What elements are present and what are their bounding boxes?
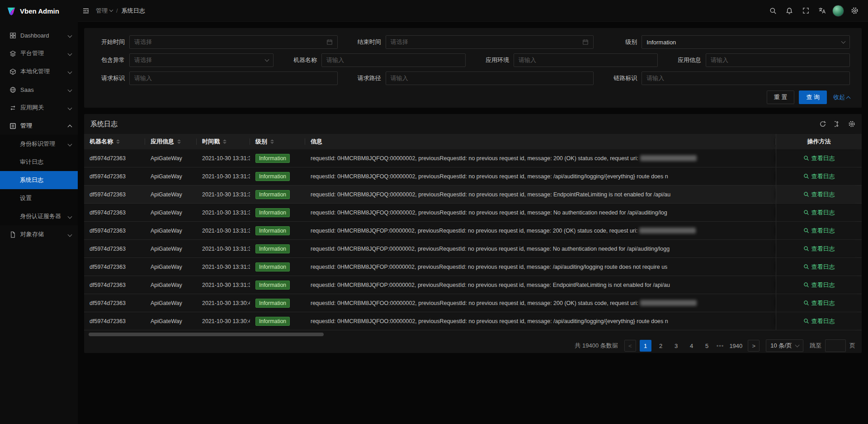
pages-ellipsis[interactable]: ••• [717,343,724,349]
prev-page-button[interactable]: < [624,340,636,352]
language-button[interactable] [814,0,830,22]
column-header-timestamp[interactable]: 时间戳 [197,134,250,149]
search-submit-button[interactable]: 查 询 [799,91,827,104]
sidebar-item-identity[interactable]: 身份标识管理 [0,135,78,153]
cell-app-info: ApiGateWay [145,294,197,312]
field-placeholder: 请输入 [391,74,408,82]
view-log-button[interactable]: 查看日志 [803,172,835,181]
magnifier-icon [803,155,809,161]
sidebar-item-saas[interactable]: Saas [0,81,78,99]
sidebar-item-audit-log[interactable]: 审计日志 [0,153,78,171]
sort-asc-icon [223,139,226,141]
log-message: requestId: 0HMCRBM8JQFOQ:00000002, previ… [311,210,667,216]
column-header-app-info[interactable]: 应用信息 [145,134,197,149]
filter-field-machine-name: 机器名称请输入 [281,53,473,67]
view-log-label: 查看日志 [811,299,835,307]
header: 管理 / 系统日志 [78,0,868,22]
view-log-button[interactable]: 查看日志 [803,317,835,325]
app-info-input[interactable]: 请输入 [706,53,850,67]
cell-message: requestId: 0HMCRBM8JQFOO:00000002, previ… [305,312,776,330]
end-time-date-picker[interactable]: 请选择 [386,35,594,49]
sort-desc-icon [177,142,181,144]
sidebar-item-auth-server[interactable]: 身份认证服务器 [0,207,78,225]
scrollbar-thumb[interactable] [89,333,324,336]
log-message: requestId: 0HMCRBM8JQFOQ:00000002, previ… [311,191,670,198]
start-time-date-picker[interactable]: 请选择 [129,35,338,49]
sort-icons [223,139,226,144]
chevron-down-icon [68,214,72,219]
next-page-button[interactable]: > [748,340,760,352]
page-button-4[interactable]: 4 [686,340,698,352]
has-exception-select[interactable]: 请选择 [129,53,274,67]
view-log-button[interactable]: 查看日志 [803,263,835,271]
field-placeholder: 请输入 [646,74,664,82]
cell-message: requestId: 0HMCRBM8JQFOP:00000002, previ… [305,222,776,239]
page-button-2[interactable]: 2 [655,340,667,352]
field-value: Information [646,39,676,46]
app-logo[interactable]: Vben Admin [0,0,78,22]
magnifier-icon [803,246,809,252]
sidebar: Vben Admin Dashboard平台管理本地化管理Saas应用网关管理身… [0,0,78,424]
request-id-input[interactable]: 请输入 [129,71,338,85]
view-log-button[interactable]: 查看日志 [803,191,835,199]
field-label: 应用环境 [473,56,514,64]
view-log-button[interactable]: 查看日志 [803,154,835,162]
page-button-3[interactable]: 3 [670,340,682,352]
column-header-level[interactable]: 级别 [250,134,305,149]
sidebar-item-platform[interactable]: 平台管理 [0,44,78,62]
settings-button[interactable] [846,0,863,22]
sort-desc-icon [223,142,226,144]
search-button[interactable] [765,0,781,22]
sidebar-item-system-log[interactable]: 系统日志 [0,171,78,189]
search-icon [769,7,777,14]
column-header-machine-name[interactable]: 机器名称 [84,134,145,149]
level-badge: Information [255,244,290,253]
filter-field-request-path: 请求路径请输入 [345,71,601,85]
column-label: 应用信息 [151,138,174,146]
page-button-1940[interactable]: 1940 [727,340,744,352]
level-badge: Information [255,317,290,326]
collapse-filters-link[interactable]: 收起 [833,93,850,101]
sidebar-item-dashboard[interactable]: Dashboard [0,26,78,44]
view-log-button[interactable]: 查看日志 [803,245,835,253]
cell-level: Information [250,240,305,257]
breadcrumb-parent[interactable]: 管理 [96,7,113,15]
table-title: 系统日志 [90,120,118,129]
sidebar-item-gateway[interactable]: 应用网关 [0,99,78,117]
sidebar-item-localization[interactable]: 本地化管理 [0,62,78,81]
fullscreen-button[interactable] [797,0,814,22]
sidebar-item-label: Dashboard [20,32,65,39]
user-menu[interactable] [830,0,846,22]
sidebar-item-label: 审计日志 [20,158,71,166]
notifications-button[interactable] [781,0,797,22]
cell-actions: 查看日志 [776,222,862,239]
page-button-5[interactable]: 5 [701,340,713,352]
refresh-icon[interactable] [819,120,826,128]
app-env-input[interactable]: 请输入 [514,53,658,67]
row-height-icon[interactable] [834,120,841,128]
sidebar-collapse-button[interactable] [78,0,94,22]
sidebar-item-settings[interactable]: 设置 [0,189,78,207]
page-size-select[interactable]: 10 条/页 [766,339,803,352]
level-select[interactable]: Information [642,35,850,49]
request-path-input[interactable]: 请输入 [386,71,594,85]
chevron-down-icon [68,232,72,237]
view-log-button[interactable]: 查看日志 [803,227,835,235]
view-log-button[interactable]: 查看日志 [803,281,835,289]
user-avatar [832,5,844,17]
reset-button[interactable]: 重 置 [767,91,795,104]
sidebar-item-admin[interactable]: 管理 [0,117,78,135]
field-placeholder: 请输入 [519,56,536,64]
cell-message: requestId: 0HMCRBM8JQFOQ:00000002, previ… [305,149,776,167]
machine-name-input[interactable]: 请输入 [321,53,466,67]
view-log-button[interactable]: 查看日志 [803,209,835,217]
column-settings-icon[interactable] [848,120,855,128]
sidebar-item-storage[interactable]: 对象存储 [0,225,78,243]
view-log-button[interactable]: 查看日志 [803,299,835,307]
trace-id-input[interactable]: 请输入 [642,71,850,85]
sidebar-item-label: 平台管理 [20,49,65,57]
table-header-row: 机器名称应用信息时间戳级别信息操作方法 [84,134,862,149]
page-jump-input[interactable] [825,339,846,352]
level-badge: Information [255,154,290,163]
page-button-1[interactable]: 1 [640,340,651,352]
